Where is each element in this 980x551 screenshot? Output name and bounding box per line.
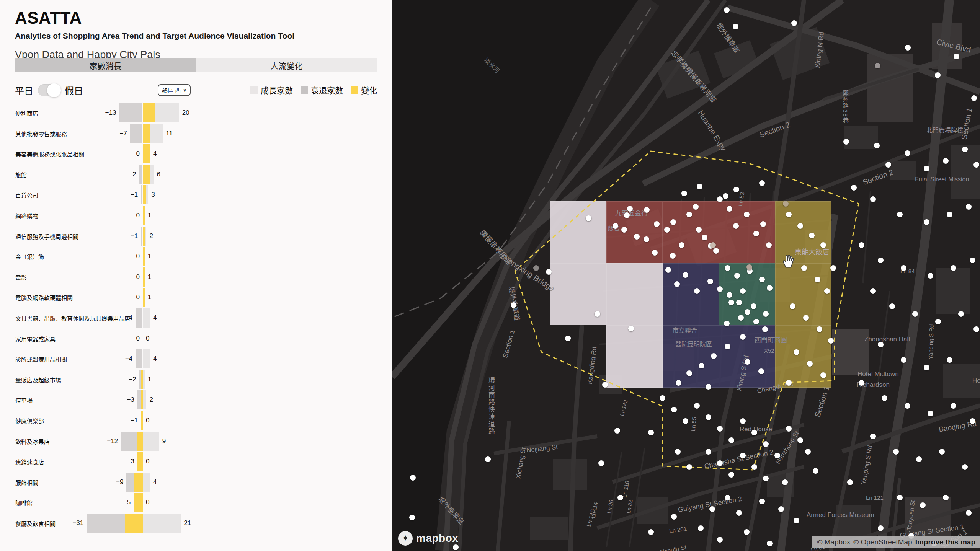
hotzone-select-value: 熱區 西 (162, 86, 181, 94)
bar-category-label: 量販店及超級市場 (15, 375, 142, 383)
poi-dot (745, 309, 750, 315)
poi-dot (671, 514, 677, 520)
hotzone-select[interactable]: 熱區 西 ∨ (158, 84, 191, 96)
bar-value-left: −5 (123, 499, 131, 506)
attrib-improve-link[interactable]: Improve this map (915, 538, 975, 546)
poi-dot (410, 475, 416, 481)
bar-value-right: 21 (184, 519, 191, 527)
map-canvas[interactable]: 忠孝橋機慢車專用道機慢車專用道Zhongxing Bridge堤外機車道堤外機車… (392, 0, 980, 551)
poi-dot (851, 185, 857, 191)
overlay-cell-white[interactable] (606, 263, 663, 325)
overlay-cell-navy[interactable] (663, 325, 719, 388)
poi-dot (702, 235, 707, 240)
poi-dot (664, 227, 670, 233)
bar-change (134, 493, 143, 512)
poi-dot (644, 236, 649, 242)
poi-dot (624, 212, 630, 218)
map-label: Ln 55 (690, 417, 697, 432)
poi-dot (711, 353, 717, 359)
poi-dot (686, 370, 692, 376)
poi-dot (694, 403, 700, 409)
poi-dot (759, 277, 765, 282)
poi-dot (586, 215, 591, 221)
bar-value-right: 0 (146, 335, 149, 342)
header: ASATTA Analytics of Shopping Area Trend … (15, 8, 294, 61)
bar-change (137, 452, 143, 471)
bar-value-right: 11 (166, 130, 173, 137)
chart-row: 百貨公司−13 (0, 184, 392, 205)
poi-dot (885, 162, 891, 168)
bar-decline (136, 349, 143, 368)
attrib-mapbox[interactable]: © Mapbox (817, 538, 850, 546)
weekday-holiday-toggle[interactable] (38, 84, 60, 96)
chart-row: 便利商店−1320 (0, 103, 392, 123)
legend-label: 衰退家數 (311, 84, 343, 96)
poi-dot (644, 207, 650, 213)
chart-row: 診所或醫療用品相關−44 (0, 349, 392, 369)
poi-dot (694, 288, 700, 294)
poi-dot (920, 502, 926, 508)
mapbox-logo[interactable]: ✦ mapbox (398, 531, 458, 546)
bar-value-left: −2 (129, 376, 136, 383)
poi-dot (686, 212, 692, 217)
overlay-cell-white[interactable] (550, 201, 606, 263)
poi-dot (671, 407, 677, 412)
overlay-cell-white[interactable] (606, 325, 663, 388)
mapbox-logo-text: mapbox (416, 532, 458, 544)
hand-cursor-icon (780, 253, 795, 269)
map-label: 醫院昆明院區 (675, 339, 712, 348)
chart-row: 文具書籍、出版、教育休閒及玩具娛樂用品店−44 (0, 308, 392, 328)
poi-dot (813, 468, 818, 474)
bar-category-label: 連鎖速食店 (15, 458, 142, 466)
poi-dot (670, 253, 676, 259)
poi-dot (805, 449, 811, 455)
poi-dot (878, 525, 884, 531)
poi-dot (679, 242, 684, 248)
tab-foot-traffic[interactable]: 人流變化 (196, 58, 377, 72)
poi-dot (717, 460, 723, 466)
bar-growth (143, 432, 159, 451)
bar-category-label: 文具書籍、出版、教育休閒及玩具娛樂用品店 (15, 314, 142, 322)
bar-category-label: 通信服務及手機周邊相關 (15, 232, 142, 240)
map-label: X52 (764, 347, 774, 354)
poi-dot (728, 300, 734, 305)
tab-store-change[interactable]: 家數消長 (15, 58, 196, 72)
poi-dot (634, 234, 640, 240)
poi-dot (786, 426, 792, 432)
poi-dot (947, 357, 952, 363)
poi-dot (783, 201, 789, 207)
poi-dot (970, 258, 975, 263)
poi-dot (709, 506, 715, 512)
poi-dot (654, 221, 660, 227)
bar-change (125, 514, 143, 533)
poi-dot (970, 418, 975, 424)
chart-row: 美容美體服務或化妝品相關04 (0, 143, 392, 164)
poi-dot (820, 372, 826, 378)
bar-category-label: 診所或醫療用品相關 (15, 355, 142, 363)
attrib-osm[interactable]: © OpenStreetMap (853, 538, 912, 546)
poi-dot (751, 303, 756, 309)
poi-dot (767, 541, 773, 546)
overlay-cell-navy[interactable] (663, 263, 719, 325)
poi-dot (889, 303, 895, 309)
map-label: 市立聯合 (673, 325, 697, 334)
poi-dot (870, 434, 876, 439)
poi-dot (740, 288, 746, 294)
poi-dot (766, 242, 772, 248)
bar-value-left: 0 (136, 273, 140, 281)
poi-dot (628, 326, 634, 331)
bar-change (143, 247, 145, 266)
legend-swatch (250, 86, 258, 94)
legend-item: 成長家數 (250, 84, 293, 96)
store-change-chart: 便利商店−1320其他批發零售或服務−711美容美體服務或化妝品相關04旅館−2… (0, 103, 392, 535)
bar-value-right: 1 (148, 253, 151, 260)
toggle-knob[interactable] (47, 83, 61, 97)
bar-value-left: −12 (107, 437, 118, 445)
chart-row: 其他批發零售或服務−711 (0, 123, 392, 144)
chart-row: 咖啡館−50 (0, 492, 392, 513)
poi-dot (947, 212, 952, 217)
toggle-label-holiday: 假日 (65, 83, 83, 97)
bar-change (143, 227, 145, 246)
poi-dot (746, 264, 752, 270)
bar-change (141, 370, 143, 389)
